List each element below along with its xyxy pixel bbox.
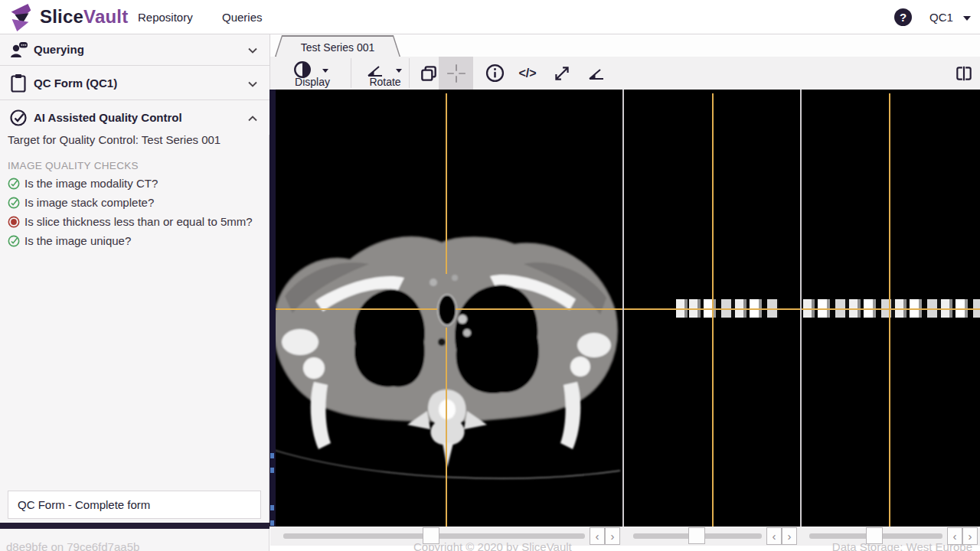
chevron-down-icon: [322, 69, 328, 73]
qc-target-text: Target for Quality Control: Test Series …: [8, 133, 220, 146]
sidebar: Querying QC Form (QC1) AI Assisted Quali…: [0, 34, 270, 551]
crosshair-horizontal-line[interactable]: [456, 308, 622, 310]
scroll-next-button[interactable]: ›: [605, 527, 620, 545]
tab-label: Test Series 001: [276, 37, 400, 57]
crosshair-tool-button[interactable]: [439, 57, 473, 90]
duplicate-icon: [419, 64, 439, 83]
sidebar-section-label: QC Form (QC1): [34, 77, 117, 90]
nav-repository[interactable]: Repository: [138, 0, 193, 34]
rotate-label: Rotate: [356, 76, 414, 88]
qc-check-row: Is the image modality CT?: [8, 175, 264, 194]
image-viewer: [270, 90, 980, 527]
data-storage-text: Data Storage: West Europe: [832, 540, 972, 551]
brand-title: SliceVault: [40, 6, 128, 28]
display-dropdown-button[interactable]: Display: [283, 57, 342, 90]
chevron-down-icon: [247, 44, 259, 57]
person-chat-icon: [9, 41, 29, 60]
top-navbar: SliceVault Repository Queries ? QC1: [0, 0, 980, 34]
angle-tool-button[interactable]: [580, 57, 612, 90]
check-pass-icon: [8, 197, 20, 209]
sidebar-section-querying[interactable]: Querying: [0, 34, 270, 66]
overlay-text-fragment: [270, 520, 274, 526]
code-view-button[interactable]: </>: [511, 57, 544, 90]
overlay-text-fragment: [270, 468, 274, 473]
build-info-text: d8e9bfe on 79ce6fd7aa5b: [6, 540, 139, 551]
info-button[interactable]: [479, 57, 511, 90]
viewport-axial[interactable]: [270, 90, 622, 527]
nav-queries[interactable]: Queries: [222, 0, 263, 34]
brand-vault: Vault: [83, 6, 128, 27]
chevron-down-icon: [963, 16, 971, 21]
fullscreen-button[interactable]: [546, 57, 578, 90]
info-icon: [485, 63, 505, 83]
scroll-prev-button[interactable]: ‹: [590, 527, 605, 545]
sidebar-section-label: Querying: [34, 43, 84, 56]
qc-check-label: Is slice thickness less than or equal to…: [24, 215, 253, 228]
qc-check-row: Is image stack complete?: [8, 194, 264, 214]
rotate-dropdown-button[interactable]: Rotate: [356, 57, 414, 90]
check-pass-icon: [8, 178, 20, 190]
sidebar-section-qc-form[interactable]: QC Form (QC1): [0, 66, 270, 100]
qc-check-label: Is the image unique?: [24, 234, 131, 247]
copyright-text: Copyright © 2020 by SliceVault: [413, 540, 572, 551]
viewport-overlay-edge: [270, 90, 276, 527]
overlay-text-fragment: [270, 505, 274, 510]
check-pass-icon: [8, 235, 20, 247]
crosshair-vertical-line[interactable]: [889, 93, 890, 527]
display-label: Display: [283, 76, 342, 88]
slice-scrollbar: ‹ ›: [626, 527, 799, 546]
tab-test-series[interactable]: Test Series 001: [275, 35, 400, 57]
viewer-toolbar: Display Rotate: [270, 57, 980, 90]
check-circle-icon: [9, 109, 28, 127]
scroll-next-button[interactable]: ›: [782, 527, 797, 545]
crosshair-vertical-line[interactable]: [446, 328, 447, 527]
qc-check-row: Is the image unique?: [8, 233, 264, 252]
crosshair-icon: [446, 63, 467, 84]
user-menu[interactable]: QC1: [929, 0, 971, 34]
crosshair-vertical-line[interactable]: [446, 93, 447, 274]
user-menu-label: QC1: [929, 11, 953, 24]
sidebar-bottom-bar: [0, 523, 270, 529]
qc-check-label: Is image stack complete?: [24, 196, 154, 209]
expand-icon: [552, 64, 572, 83]
chevron-down-icon: [396, 69, 402, 73]
scroll-prev-button[interactable]: ‹: [766, 527, 782, 545]
chevron-up-icon: [247, 112, 259, 125]
split-view-icon: [954, 64, 974, 83]
overlay-text-fragment: [270, 453, 274, 458]
check-fail-icon: [8, 216, 20, 228]
scroll-thumb[interactable]: [688, 527, 705, 544]
clipboard-icon: [9, 73, 28, 93]
split-panel-button[interactable]: [949, 57, 979, 90]
crosshair-horizontal-line[interactable]: [802, 308, 980, 310]
toolbar-separator: [409, 58, 410, 88]
sidebar-section-label: AI Assisted Quality Control: [34, 111, 182, 124]
viewport-mpr-coronal[interactable]: [624, 90, 800, 527]
crosshair-horizontal-line[interactable]: [624, 308, 800, 310]
slicevault-logo-icon: [6, 3, 35, 32]
crosshair-horizontal-line[interactable]: [270, 308, 437, 310]
toolbar-separator: [351, 58, 351, 88]
help-icon[interactable]: ?: [894, 8, 912, 26]
brand-slice: Slice: [40, 6, 83, 27]
tab-strip: Test Series 001: [270, 34, 980, 57]
viewport-mpr-sagittal[interactable]: [802, 90, 980, 527]
code-icon: </>: [518, 67, 536, 80]
checks-heading: IMAGE QUALITY CHECKS: [8, 160, 139, 171]
qc-check-label: Is the image modality CT?: [24, 177, 158, 190]
slicevault-app: SliceVault Repository Queries ? QC1 Quer…: [0, 0, 980, 551]
chevron-down-icon: [247, 78, 259, 90]
qc-check-row: Is slice thickness less than or equal to…: [8, 214, 264, 233]
sidebar-section-ai-qc[interactable]: AI Assisted Quality Control: [0, 100, 270, 135]
angle-icon: [586, 64, 606, 83]
crosshair-vertical-line[interactable]: [712, 93, 714, 527]
qc-form-complete-button[interactable]: QC Form - Complete form: [8, 491, 261, 519]
